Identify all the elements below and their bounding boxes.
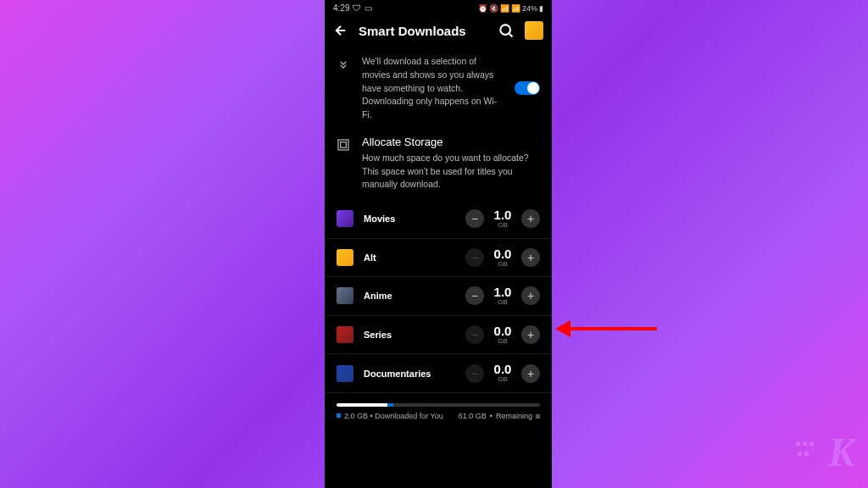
anime-icon [337, 287, 353, 304]
storage-unit: GB [489, 337, 516, 346]
storage-unit: GB [489, 260, 516, 269]
allocate-title: Allocate Storage [362, 136, 540, 148]
annotation-arrow [555, 320, 657, 337]
storage-unit: GB [489, 375, 516, 384]
storage-bar [337, 403, 540, 407]
downloads-icon [337, 55, 352, 122]
back-icon[interactable] [333, 23, 348, 38]
increase-button[interactable]: + [521, 248, 540, 267]
category-name: Anime [364, 291, 465, 301]
page-title: Smart Downloads [359, 24, 487, 38]
quantity-stepper: − 0.0 GB + [465, 324, 540, 346]
increase-button[interactable]: + [521, 325, 540, 344]
decrease-button: − [465, 248, 484, 267]
category-name: Documentaries [364, 369, 465, 379]
battery-icon: ▮ [539, 4, 543, 13]
header: Smart Downloads [325, 14, 552, 52]
storage-icon [337, 136, 352, 191]
smart-downloads-section: We'll download a selection of movies and… [325, 52, 552, 134]
search-icon[interactable] [498, 22, 515, 39]
storage-value: 0.0 [489, 324, 516, 337]
legend-dot-gray [536, 414, 540, 419]
quantity-stepper: − 1.0 GB + [465, 208, 540, 230]
status-time: 4:29 [333, 3, 349, 13]
storage-used-segment [337, 403, 387, 407]
storage-value: 1.0 [489, 208, 516, 221]
quantity-stepper: − 0.0 GB + [465, 363, 540, 384]
svg-point-0 [500, 25, 510, 35]
quantity-stepper: − 0.0 GB + [465, 247, 540, 269]
category-row-series: Series − 0.0 GB + [325, 316, 552, 355]
wifi-icon: 📶 [500, 4, 509, 13]
smart-downloads-toggle[interactable] [515, 81, 540, 95]
series-icon [337, 326, 353, 343]
quantity-stepper: − 1.0 GB + [465, 286, 540, 307]
downloaded-size: 2.0 GB [344, 412, 368, 420]
category-row-alt: Alt − 0.0 GB + [325, 239, 552, 278]
signal-icon: 📶 [511, 4, 520, 13]
storage-value: 1.0 [489, 286, 516, 298]
category-name: Alt [364, 252, 465, 263]
phone-screen: 4:29 🛡 ▭ ⏰ 🔇 📶 📶 24% ▮ Smart Downloads W… [325, 0, 552, 488]
alt-icon [337, 249, 353, 266]
storage-info: 2.0 GB • Downloaded for You 61.0 GB • Re… [325, 410, 552, 427]
category-row-movies: Movies − 1.0 GB + [325, 200, 552, 239]
storage-unit: GB [489, 221, 516, 230]
category-row-documentaries: Documentaries − 0.0 GB + [325, 354, 552, 393]
svg-rect-1 [338, 140, 348, 150]
decrease-button[interactable]: − [465, 209, 484, 228]
storage-value: 0.0 [489, 363, 516, 375]
decrease-button: − [465, 364, 484, 383]
status-bar: 4:29 🛡 ▭ ⏰ 🔇 📶 📶 24% ▮ [325, 0, 552, 14]
allocate-description: How much space do you want to allocate? … [362, 152, 540, 191]
legend-dot-blue [337, 413, 341, 418]
documentaries-icon [337, 365, 353, 382]
category-name: Series [364, 330, 465, 340]
increase-button[interactable]: + [521, 286, 540, 305]
alarm-icon: ⏰ [478, 4, 487, 13]
remaining-label: Remaining [496, 412, 532, 420]
profile-avatar[interactable] [525, 21, 543, 40]
mute-icon: 🔇 [489, 4, 498, 13]
smart-downloads-description: We'll download a selection of movies and… [362, 55, 504, 122]
watermark-dots [798, 452, 809, 456]
shield-icon: 🛡 [353, 3, 361, 13]
increase-button[interactable]: + [521, 364, 540, 383]
decrease-button: − [465, 325, 484, 344]
remaining-size: 61.0 GB [459, 412, 487, 420]
category-name: Movies [364, 214, 465, 224]
watermark-dots [796, 441, 814, 446]
downloaded-label: Downloaded for You [375, 412, 443, 420]
category-row-anime: Anime − 1.0 GB + [325, 277, 552, 316]
svg-rect-2 [341, 141, 347, 147]
storage-downloaded-segment [387, 403, 393, 407]
storage-value: 0.0 [489, 247, 516, 260]
battery-percent: 24% [522, 4, 537, 13]
decrease-button[interactable]: − [465, 286, 484, 305]
increase-button[interactable]: + [521, 209, 540, 228]
movies-icon [337, 210, 353, 227]
storage-unit: GB [489, 298, 516, 307]
watermark-logo: K [828, 429, 855, 475]
allocate-storage-section: Allocate Storage How much space do you w… [325, 134, 552, 200]
card-icon: ▭ [364, 3, 372, 13]
